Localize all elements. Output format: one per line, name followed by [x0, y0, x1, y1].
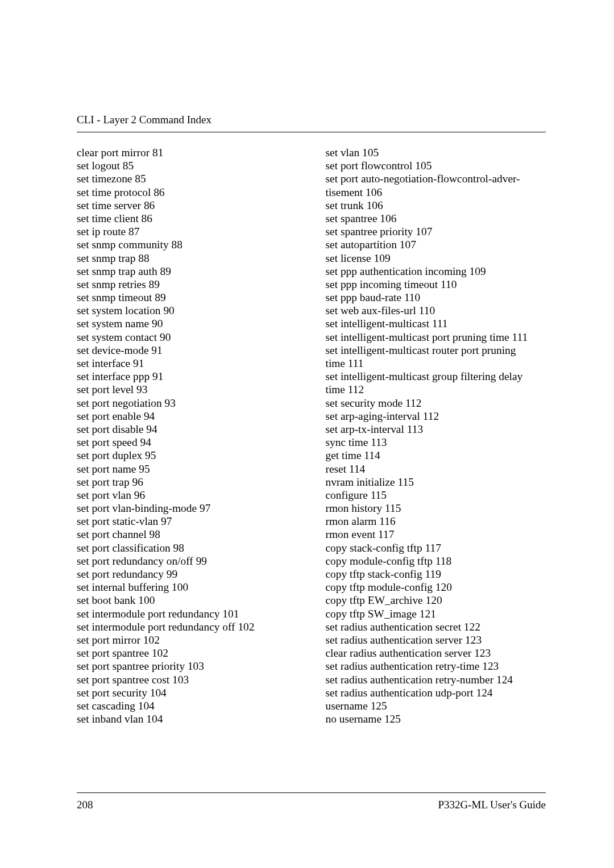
index-entry: set inband vlan 104 — [77, 712, 297, 725]
index-entry: set snmp community 88 — [77, 238, 297, 251]
index-entry: copy tftp SW_image 121 — [326, 607, 546, 620]
index-entry: set port flowcontrol 105 — [326, 159, 546, 172]
index-entry: set port auto-negotiation-flowcontrol-ad… — [326, 172, 546, 185]
index-entry: set radius authentication server 123 — [326, 633, 546, 646]
index-entry: set trunk 106 — [326, 199, 546, 212]
index-entry: set port static-vlan 97 — [77, 515, 297, 528]
index-entry: set system contact 90 — [77, 331, 297, 344]
index-entry: set interface 91 — [77, 357, 297, 370]
index-entry: clear port mirror 81 — [77, 146, 297, 159]
index-entry: set port vlan 96 — [77, 489, 297, 502]
index-entry: set intermodule port redundancy 101 — [77, 607, 297, 620]
index-entry: set port trap 96 — [77, 475, 297, 489]
index-entry: set ppp authentication incoming 109 — [326, 265, 546, 278]
index-entry: set intelligent-multicast port pruning t… — [326, 331, 546, 344]
index-entry: copy module-config tftp 118 — [326, 554, 546, 567]
index-entry: set system name 90 — [77, 317, 297, 330]
index-entry: set port duplex 95 — [77, 449, 297, 462]
index-entry: set vlan 105 — [326, 146, 546, 159]
index-entry: set cascading 104 — [77, 699, 297, 712]
index-entry: set arp-tx-interval 113 — [326, 423, 546, 436]
index-entry: set port redundancy 99 — [77, 567, 297, 581]
index-column-right: set vlan 105set port flowcontrol 105set … — [326, 146, 546, 725]
index-entry: set intermodule port redundancy off 102 — [77, 620, 297, 633]
index-entry: set snmp retries 89 — [77, 278, 297, 291]
index-column-left: clear port mirror 81set logout 85set tim… — [77, 146, 297, 725]
index-entry: copy stack-config tftp 117 — [326, 541, 546, 554]
index-entry: set time server 86 — [77, 199, 297, 212]
index-entry: username 125 — [326, 699, 546, 712]
index-entry: set port security 104 — [77, 686, 297, 699]
index-entry: set port mirror 102 — [77, 633, 297, 646]
index-entry: sync time 113 — [326, 436, 546, 449]
index-entry: set arp-aging-interval 112 — [326, 410, 546, 423]
index-entry: set radius authentication retry-number 1… — [326, 673, 546, 686]
index-entry: time 112 — [326, 383, 546, 396]
page-number: 208 — [77, 799, 93, 811]
index-entry: set internal buffering 100 — [77, 581, 297, 594]
index-entry: set port vlan-binding-mode 97 — [77, 502, 297, 515]
index-entry: set ip route 87 — [77, 225, 297, 238]
index-entry: set ppp baud-rate 110 — [326, 291, 546, 304]
index-entry: set spantree 106 — [326, 212, 546, 225]
index-entry: set time protocol 86 — [77, 186, 297, 199]
index-entry: set time client 86 — [77, 212, 297, 225]
index-entry: set port speed 94 — [77, 436, 297, 449]
index-entry: clear radius authentication server 123 — [326, 646, 546, 660]
guide-title: P332G-ML User's Guide — [438, 799, 546, 811]
index-entry: set spantree priority 107 — [326, 225, 546, 238]
index-entry: set radius authentication secret 122 — [326, 620, 546, 633]
index-entry: set port redundancy on/off 99 — [77, 554, 297, 567]
index-entry: set port name 95 — [77, 462, 297, 475]
index-entry: time 111 — [326, 357, 546, 370]
document-page: CLI - Layer 2 Command Index clear port m… — [0, 0, 614, 868]
index-entry: set snmp trap 88 — [77, 252, 297, 265]
index-entry: set autopartition 107 — [326, 238, 546, 251]
index-entry: set port channel 98 — [77, 528, 297, 541]
index-columns: clear port mirror 81set logout 85set tim… — [77, 146, 546, 725]
index-entry: copy tftp module-config 120 — [326, 581, 546, 594]
page-header: CLI - Layer 2 Command Index — [77, 114, 546, 126]
index-entry: set port enable 94 — [77, 410, 297, 423]
index-entry: get time 114 — [326, 449, 546, 462]
index-entry: rmon history 115 — [326, 502, 546, 515]
index-entry: set port negotiation 93 — [77, 397, 297, 410]
index-entry: rmon alarm 116 — [326, 515, 546, 528]
index-entry: set snmp trap auth 89 — [77, 265, 297, 278]
index-entry: no username 125 — [326, 712, 546, 725]
index-entry: set timezone 85 — [77, 172, 297, 185]
index-entry: set radius authentication retry-time 123 — [326, 660, 546, 673]
index-entry: set boot bank 100 — [77, 594, 297, 607]
index-entry: set radius authentication udp-port 124 — [326, 686, 546, 699]
index-entry: copy tftp EW_archive 120 — [326, 594, 546, 607]
index-entry: set port classification 98 — [77, 541, 297, 554]
index-entry: set snmp timeout 89 — [77, 291, 297, 304]
index-entry: set port disable 94 — [77, 423, 297, 436]
index-entry: set interface ppp 91 — [77, 370, 297, 383]
index-entry: nvram initialize 115 — [326, 475, 546, 489]
index-entry: copy tftp stack-config 119 — [326, 567, 546, 581]
index-entry: set logout 85 — [77, 159, 297, 172]
index-entry: tisement 106 — [326, 186, 546, 199]
index-entry: set intelligent-multicast router port pr… — [326, 344, 546, 357]
page-footer: 208 P332G-ML User's Guide — [77, 792, 546, 811]
index-entry: set port level 93 — [77, 383, 297, 396]
index-entry: set intelligent-multicast 111 — [326, 317, 546, 330]
index-entry: set security mode 112 — [326, 397, 546, 410]
footer-rule — [77, 792, 546, 793]
index-entry: set web aux-files-url 110 — [326, 304, 546, 317]
index-entry: set intelligent-multicast group filterin… — [326, 370, 546, 383]
index-entry: set system location 90 — [77, 304, 297, 317]
index-entry: reset 114 — [326, 462, 546, 475]
index-entry: set device-mode 91 — [77, 344, 297, 357]
index-entry: configure 115 — [326, 489, 546, 502]
index-entry: rmon event 117 — [326, 528, 546, 541]
index-entry: set port spantree cost 103 — [77, 673, 297, 686]
index-entry: set license 109 — [326, 252, 546, 265]
index-entry: set port spantree 102 — [77, 646, 297, 660]
header-rule — [77, 132, 546, 132]
index-entry: set port spantree priority 103 — [77, 660, 297, 673]
index-entry: set ppp incoming timeout 110 — [326, 278, 546, 291]
